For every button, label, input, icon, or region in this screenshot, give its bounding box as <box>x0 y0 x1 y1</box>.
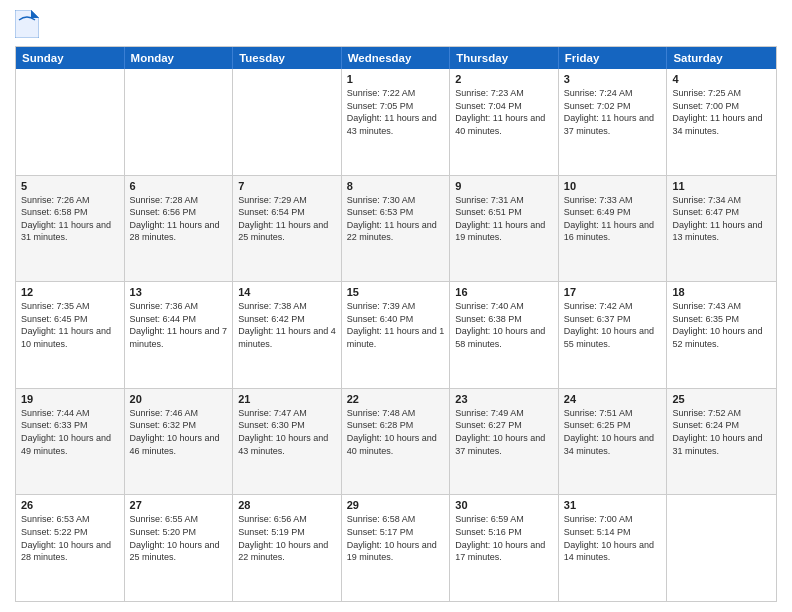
day-number: 1 <box>347 73 445 85</box>
day-number: 12 <box>21 286 119 298</box>
calendar-cell: 30Sunrise: 6:59 AMSunset: 5:16 PMDayligh… <box>450 495 559 601</box>
day-number: 25 <box>672 393 771 405</box>
calendar-cell: 25Sunrise: 7:52 AMSunset: 6:24 PMDayligh… <box>667 389 776 495</box>
calendar: SundayMondayTuesdayWednesdayThursdayFrid… <box>15 46 777 602</box>
day-info: Sunrise: 7:49 AMSunset: 6:27 PMDaylight:… <box>455 407 553 457</box>
calendar-cell: 27Sunrise: 6:55 AMSunset: 5:20 PMDayligh… <box>125 495 234 601</box>
day-number: 27 <box>130 499 228 511</box>
header-day-friday: Friday <box>559 47 668 69</box>
day-info: Sunrise: 7:34 AMSunset: 6:47 PMDaylight:… <box>672 194 771 244</box>
day-number: 22 <box>347 393 445 405</box>
calendar-body: 1Sunrise: 7:22 AMSunset: 7:05 PMDaylight… <box>16 69 776 601</box>
calendar-cell: 4Sunrise: 7:25 AMSunset: 7:00 PMDaylight… <box>667 69 776 175</box>
day-info: Sunrise: 7:39 AMSunset: 6:40 PMDaylight:… <box>347 300 445 350</box>
calendar-cell: 3Sunrise: 7:24 AMSunset: 7:02 PMDaylight… <box>559 69 668 175</box>
header-day-wednesday: Wednesday <box>342 47 451 69</box>
day-info: Sunrise: 7:40 AMSunset: 6:38 PMDaylight:… <box>455 300 553 350</box>
day-number: 15 <box>347 286 445 298</box>
calendar-cell: 13Sunrise: 7:36 AMSunset: 6:44 PMDayligh… <box>125 282 234 388</box>
header-day-tuesday: Tuesday <box>233 47 342 69</box>
calendar-cell: 22Sunrise: 7:48 AMSunset: 6:28 PMDayligh… <box>342 389 451 495</box>
calendar-cell: 21Sunrise: 7:47 AMSunset: 6:30 PMDayligh… <box>233 389 342 495</box>
calendar-cell <box>16 69 125 175</box>
calendar-cell: 1Sunrise: 7:22 AMSunset: 7:05 PMDaylight… <box>342 69 451 175</box>
day-number: 29 <box>347 499 445 511</box>
day-info: Sunrise: 7:43 AMSunset: 6:35 PMDaylight:… <box>672 300 771 350</box>
calendar-cell: 14Sunrise: 7:38 AMSunset: 6:42 PMDayligh… <box>233 282 342 388</box>
day-number: 23 <box>455 393 553 405</box>
day-number: 8 <box>347 180 445 192</box>
header-day-sunday: Sunday <box>16 47 125 69</box>
day-info: Sunrise: 7:23 AMSunset: 7:04 PMDaylight:… <box>455 87 553 137</box>
calendar-cell: 2Sunrise: 7:23 AMSunset: 7:04 PMDaylight… <box>450 69 559 175</box>
day-info: Sunrise: 7:52 AMSunset: 6:24 PMDaylight:… <box>672 407 771 457</box>
header-day-thursday: Thursday <box>450 47 559 69</box>
day-number: 14 <box>238 286 336 298</box>
calendar-cell: 15Sunrise: 7:39 AMSunset: 6:40 PMDayligh… <box>342 282 451 388</box>
day-info: Sunrise: 6:59 AMSunset: 5:16 PMDaylight:… <box>455 513 553 563</box>
calendar-cell: 10Sunrise: 7:33 AMSunset: 6:49 PMDayligh… <box>559 176 668 282</box>
day-number: 5 <box>21 180 119 192</box>
calendar-header: SundayMondayTuesdayWednesdayThursdayFrid… <box>16 47 776 69</box>
day-number: 10 <box>564 180 662 192</box>
day-info: Sunrise: 7:22 AMSunset: 7:05 PMDaylight:… <box>347 87 445 137</box>
day-number: 20 <box>130 393 228 405</box>
day-info: Sunrise: 7:46 AMSunset: 6:32 PMDaylight:… <box>130 407 228 457</box>
day-number: 13 <box>130 286 228 298</box>
day-info: Sunrise: 6:53 AMSunset: 5:22 PMDaylight:… <box>21 513 119 563</box>
day-info: Sunrise: 7:42 AMSunset: 6:37 PMDaylight:… <box>564 300 662 350</box>
day-info: Sunrise: 7:28 AMSunset: 6:56 PMDaylight:… <box>130 194 228 244</box>
calendar-cell <box>233 69 342 175</box>
day-number: 2 <box>455 73 553 85</box>
header-day-monday: Monday <box>125 47 234 69</box>
calendar-cell: 5Sunrise: 7:26 AMSunset: 6:58 PMDaylight… <box>16 176 125 282</box>
day-number: 6 <box>130 180 228 192</box>
day-info: Sunrise: 7:29 AMSunset: 6:54 PMDaylight:… <box>238 194 336 244</box>
day-number: 18 <box>672 286 771 298</box>
calendar-cell: 17Sunrise: 7:42 AMSunset: 6:37 PMDayligh… <box>559 282 668 388</box>
page-header <box>15 10 777 38</box>
day-number: 30 <box>455 499 553 511</box>
day-number: 3 <box>564 73 662 85</box>
day-info: Sunrise: 6:58 AMSunset: 5:17 PMDaylight:… <box>347 513 445 563</box>
calendar-row-0: 1Sunrise: 7:22 AMSunset: 7:05 PMDaylight… <box>16 69 776 176</box>
day-info: Sunrise: 7:36 AMSunset: 6:44 PMDaylight:… <box>130 300 228 350</box>
calendar-cell: 16Sunrise: 7:40 AMSunset: 6:38 PMDayligh… <box>450 282 559 388</box>
calendar-cell: 6Sunrise: 7:28 AMSunset: 6:56 PMDaylight… <box>125 176 234 282</box>
day-info: Sunrise: 7:00 AMSunset: 5:14 PMDaylight:… <box>564 513 662 563</box>
calendar-row-3: 19Sunrise: 7:44 AMSunset: 6:33 PMDayligh… <box>16 389 776 496</box>
calendar-row-2: 12Sunrise: 7:35 AMSunset: 6:45 PMDayligh… <box>16 282 776 389</box>
calendar-cell: 9Sunrise: 7:31 AMSunset: 6:51 PMDaylight… <box>450 176 559 282</box>
day-number: 31 <box>564 499 662 511</box>
calendar-cell: 26Sunrise: 6:53 AMSunset: 5:22 PMDayligh… <box>16 495 125 601</box>
calendar-row-4: 26Sunrise: 6:53 AMSunset: 5:22 PMDayligh… <box>16 495 776 601</box>
day-number: 17 <box>564 286 662 298</box>
day-info: Sunrise: 7:33 AMSunset: 6:49 PMDaylight:… <box>564 194 662 244</box>
day-number: 9 <box>455 180 553 192</box>
day-info: Sunrise: 6:56 AMSunset: 5:19 PMDaylight:… <box>238 513 336 563</box>
calendar-row-1: 5Sunrise: 7:26 AMSunset: 6:58 PMDaylight… <box>16 176 776 283</box>
calendar-cell: 31Sunrise: 7:00 AMSunset: 5:14 PMDayligh… <box>559 495 668 601</box>
calendar-cell: 12Sunrise: 7:35 AMSunset: 6:45 PMDayligh… <box>16 282 125 388</box>
day-info: Sunrise: 7:24 AMSunset: 7:02 PMDaylight:… <box>564 87 662 137</box>
day-info: Sunrise: 7:26 AMSunset: 6:58 PMDaylight:… <box>21 194 119 244</box>
day-info: Sunrise: 6:55 AMSunset: 5:20 PMDaylight:… <box>130 513 228 563</box>
day-info: Sunrise: 7:51 AMSunset: 6:25 PMDaylight:… <box>564 407 662 457</box>
day-info: Sunrise: 7:30 AMSunset: 6:53 PMDaylight:… <box>347 194 445 244</box>
day-info: Sunrise: 7:35 AMSunset: 6:45 PMDaylight:… <box>21 300 119 350</box>
day-number: 19 <box>21 393 119 405</box>
svg-marker-0 <box>15 10 39 38</box>
day-info: Sunrise: 7:44 AMSunset: 6:33 PMDaylight:… <box>21 407 119 457</box>
day-info: Sunrise: 7:48 AMSunset: 6:28 PMDaylight:… <box>347 407 445 457</box>
day-number: 4 <box>672 73 771 85</box>
day-number: 26 <box>21 499 119 511</box>
calendar-cell <box>125 69 234 175</box>
day-number: 16 <box>455 286 553 298</box>
calendar-cell <box>667 495 776 601</box>
calendar-cell: 24Sunrise: 7:51 AMSunset: 6:25 PMDayligh… <box>559 389 668 495</box>
day-number: 7 <box>238 180 336 192</box>
day-number: 21 <box>238 393 336 405</box>
calendar-cell: 7Sunrise: 7:29 AMSunset: 6:54 PMDaylight… <box>233 176 342 282</box>
day-info: Sunrise: 7:38 AMSunset: 6:42 PMDaylight:… <box>238 300 336 350</box>
calendar-cell: 28Sunrise: 6:56 AMSunset: 5:19 PMDayligh… <box>233 495 342 601</box>
